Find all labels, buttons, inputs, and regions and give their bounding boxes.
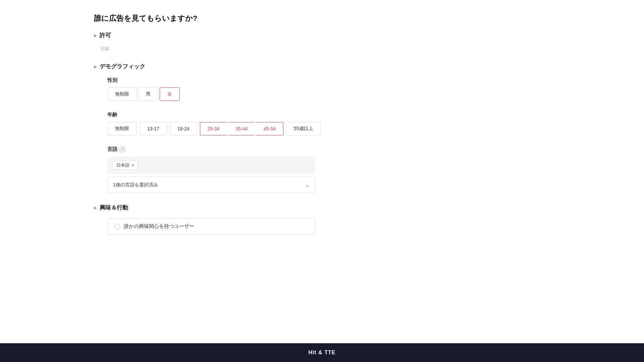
demographic-header[interactable]: ▶ デモグラフィック [94, 63, 335, 70]
age-btn-35-44[interactable]: 35-44 [228, 122, 255, 135]
gender-section: 性別 無制限 男 女 [107, 77, 335, 101]
interests-header[interactable]: ▶ 興味＆行動 [94, 204, 335, 212]
permission-label: 許可 [100, 32, 111, 39]
language-tag-japanese: 日本語 × [113, 161, 138, 170]
age-btn-18-24[interactable]: 18-24 [170, 122, 197, 135]
age-btn-unlimited[interactable]: 無制限 [107, 122, 137, 135]
language-tag-remove[interactable]: × [131, 163, 134, 168]
age-btn-55plus[interactable]: 55歳以上 [286, 122, 321, 135]
permission-section: ▶ 許可 日本 [94, 32, 335, 52]
gender-label: 性別 [107, 77, 335, 83]
demographic-arrow: ▶ [94, 64, 97, 69]
footer-bar: HIt & TTE [0, 343, 644, 362]
interests-label: 興味＆行動 [100, 204, 128, 212]
gender-button-group: 無制限 男 女 [107, 87, 335, 101]
interests-sub-item[interactable]: 誰かの興味関心を持つユーザー [107, 218, 315, 235]
language-label: 言語 ? [107, 146, 335, 153]
page-title: 誰に広告を見てもらいますか? [94, 13, 335, 23]
page-container: 誰に広告を見てもらいますか? ▶ 許可 日本 ▶ デモグラフィック 性別 無制限… [0, 0, 335, 259]
age-button-group: 無制限 13-17 18-24 25-34 35-44 45-54 55歳以上 [107, 122, 335, 135]
interests-sub-text: 誰かの興味関心を持つユーザー [124, 223, 194, 230]
footer-text: HIt & TTE [309, 350, 336, 356]
demographic-section: ▶ デモグラフィック 性別 無制限 男 女 年齢 無制限 13-17 18-24… [94, 63, 335, 193]
age-btn-25-34[interactable]: 25-34 [200, 122, 227, 135]
interests-radio [114, 224, 120, 230]
age-btn-45-54[interactable]: 45-54 [256, 122, 283, 135]
language-dropdown[interactable]: 1個の言語を選択済み ⌄ [107, 177, 315, 193]
gender-btn-male[interactable]: 男 [138, 87, 158, 101]
permission-sublabel: 日本 [101, 46, 335, 52]
demographic-label: デモグラフィック [100, 63, 145, 70]
interests-arrow: ▶ [94, 205, 97, 210]
age-label: 年齢 [107, 112, 335, 118]
permission-header[interactable]: ▶ 許可 [94, 32, 335, 39]
language-dropdown-chevron: ⌄ [305, 182, 310, 188]
language-help-icon[interactable]: ? [119, 146, 125, 153]
age-section: 年齢 無制限 13-17 18-24 25-34 35-44 45-54 55歳… [107, 112, 335, 135]
language-tag-input[interactable]: 日本語 × [107, 157, 315, 174]
age-btn-13-17[interactable]: 13-17 [140, 122, 167, 135]
gender-btn-unlimited[interactable]: 無制限 [107, 87, 137, 101]
gender-btn-female[interactable]: 女 [160, 87, 180, 101]
permission-arrow: ▶ [94, 33, 97, 38]
language-section: 言語 ? 日本語 × 1個の言語を選択済み ⌄ [107, 146, 335, 193]
interests-section: ▶ 興味＆行動 誰かの興味関心を持つユーザー [94, 204, 335, 235]
